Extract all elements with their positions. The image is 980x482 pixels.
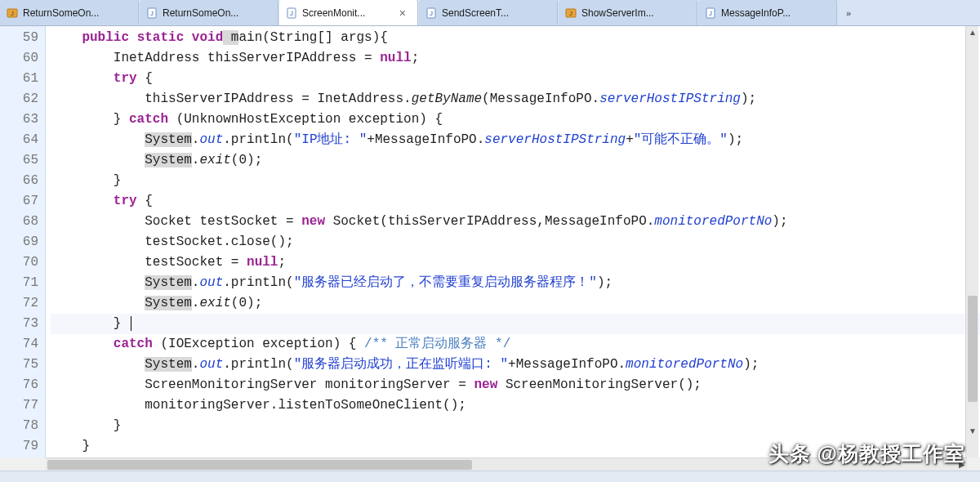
code-line[interactable]: public static void main(String[] args){ [51, 28, 980, 48]
tab-sendscreent[interactable]: J SendScreenT... [419, 0, 558, 25]
line-number: 66 [0, 171, 38, 191]
code-line[interactable]: System.out.println("服务器启动成功，正在监听端口: "+Me… [51, 355, 980, 375]
editor-tab-bar: J ReturnSomeOn... J ReturnSomeOn... J Sc… [0, 0, 980, 26]
code-line[interactable]: System.out.println("服务器已经启动了，不需要重复启动服务器程… [51, 273, 980, 293]
tab-label: SendScreenT... [442, 7, 547, 19]
code-line[interactable]: testSocket.close(); [51, 232, 980, 252]
code-line[interactable]: Socket testSocket = new Socket(thisServe… [51, 212, 980, 232]
line-number: 71 [0, 273, 38, 293]
svg-text:J: J [11, 10, 14, 17]
line-number: 74 [0, 334, 38, 355]
java-file-icon: J [425, 7, 437, 19]
line-number: 72 [0, 293, 38, 314]
tab-showserverim[interactable]: J ShowServerIm... [559, 0, 697, 25]
scrollbar-thumb[interactable] [968, 296, 978, 402]
code-line[interactable]: System.out.println("IP地址: "+MessageInfoP… [51, 130, 980, 150]
line-number-gutter: 5960616263646566676869707172737475767778… [0, 26, 46, 457]
code-line[interactable]: testSocket = null; [51, 252, 980, 273]
close-icon[interactable]: × [398, 7, 408, 20]
line-number: 65 [0, 150, 38, 171]
code-line[interactable]: System.exit(0); [51, 293, 980, 314]
line-number: 59 [0, 28, 38, 48]
status-strip [0, 471, 980, 482]
code-line[interactable]: } [51, 314, 980, 334]
line-number: 69 [0, 232, 38, 252]
svg-text:J: J [150, 10, 154, 17]
java-file-icon: J [146, 7, 158, 19]
line-number: 63 [0, 109, 38, 130]
code-line[interactable]: monitoringServer.listenToSomeOneClient()… [51, 395, 980, 416]
svg-text:J: J [569, 10, 572, 17]
line-number: 62 [0, 89, 38, 109]
code-line[interactable]: ScreenMonitoringServer monitoringServer … [51, 375, 980, 395]
code-line[interactable]: InetAddress thisServerIPAddress = null; [51, 48, 980, 69]
tab-label: ReturnSomeOn... [163, 7, 268, 19]
tab-returnsomeon-2[interactable]: J ReturnSomeOn... [140, 0, 278, 25]
svg-text:J: J [290, 10, 293, 17]
java-unit-icon: J [565, 7, 577, 19]
text-cursor [131, 316, 131, 331]
line-number: 60 [0, 48, 38, 69]
line-number: 67 [0, 191, 38, 212]
code-line[interactable]: catch (IOException exception) { /** 正常启动… [51, 334, 980, 355]
tab-label: MessageInfoP... [721, 7, 826, 19]
code-line[interactable]: thisServerIPAddress = InetAddress.getByN… [51, 89, 980, 109]
drag-handle-icon[interactable] [478, 474, 502, 480]
tab-label: ShowServerIm... [581, 7, 687, 19]
scrollbar-thumb[interactable] [47, 460, 472, 470]
tab-label: ReturnSomeOn... [23, 7, 128, 19]
tab-returnsomeon-1[interactable]: J ReturnSomeOn... [0, 0, 139, 25]
scroll-down-icon[interactable]: ▼ [969, 426, 977, 435]
line-number: 68 [0, 212, 38, 232]
code-line[interactable]: } [51, 171, 980, 191]
line-number: 78 [0, 416, 38, 436]
line-number: 64 [0, 130, 38, 150]
watermark-text: 头条 @杨教授工作室 [768, 440, 965, 467]
line-number: 61 [0, 69, 38, 89]
svg-text:J: J [709, 10, 712, 17]
code-line[interactable]: try { [51, 191, 980, 212]
code-line[interactable]: } [51, 416, 980, 436]
tabs-overflow-button[interactable]: » [838, 0, 859, 25]
code-editor: 5960616263646566676869707172737475767778… [0, 26, 980, 457]
line-number: 70 [0, 252, 38, 273]
chevron-double-right-icon: » [846, 8, 851, 18]
scroll-up-icon[interactable]: ▲ [969, 28, 977, 36]
line-number: 76 [0, 375, 38, 395]
code-line[interactable]: System.exit(0); [51, 150, 980, 171]
java-unit-icon: J [7, 7, 18, 19]
code-area[interactable]: public static void main(String[] args){ … [46, 26, 980, 457]
code-line[interactable]: try { [51, 69, 980, 89]
line-number: 73 [0, 314, 38, 334]
code-line[interactable]: } catch (UnknownHostException exception)… [51, 109, 980, 130]
line-number: 75 [0, 355, 38, 375]
java-file-icon: J [705, 7, 716, 19]
tab-screenmonit[interactable]: J ScreenMonit... × [279, 0, 418, 25]
svg-text:J: J [430, 10, 433, 17]
java-file-icon: J [286, 7, 297, 19]
vertical-scrollbar[interactable]: ▲ ▼ [965, 26, 978, 457]
line-number: 77 [0, 395, 38, 416]
line-number: 79 [0, 436, 38, 457]
tab-label: ScreenMonit... [302, 7, 393, 19]
tab-messageinfop[interactable]: J MessageInfoP... [698, 0, 837, 25]
